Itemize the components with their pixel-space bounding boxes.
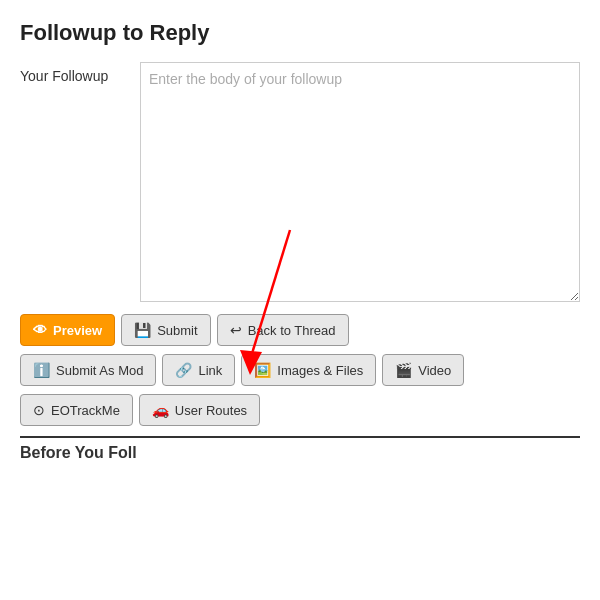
car-icon: 🚗 [152, 402, 169, 418]
eye-icon: 👁 [33, 322, 47, 338]
return-icon: ↩ [230, 322, 242, 338]
video-label: Video [418, 363, 451, 378]
submit-as-mod-label: Submit As Mod [56, 363, 143, 378]
floppy-icon: 💾 [134, 322, 151, 338]
followup-label: Your Followup [20, 62, 140, 84]
preview-label: Preview [53, 323, 102, 338]
info-icon: ℹ️ [33, 362, 50, 378]
submit-as-mod-button[interactable]: ℹ️ Submit As Mod [20, 354, 156, 386]
buttons-row-3: ⊙ EOTrackMe 🚗 User Routes [20, 394, 580, 426]
video-icon: 🎬 [395, 362, 412, 378]
link-label: Link [198, 363, 222, 378]
user-routes-button[interactable]: 🚗 User Routes [139, 394, 260, 426]
submit-label: Submit [157, 323, 197, 338]
images-files-button[interactable]: 🖼️ Images & Files [241, 354, 376, 386]
video-button[interactable]: 🎬 Video [382, 354, 464, 386]
user-routes-label: User Routes [175, 403, 247, 418]
page-title: Followup to Reply [20, 20, 580, 46]
link-button[interactable]: 🔗 Link [162, 354, 235, 386]
bottom-section-label: Before You Foll [20, 436, 580, 462]
back-to-thread-button[interactable]: ↩ Back to Thread [217, 314, 349, 346]
preview-button[interactable]: 👁 Preview [20, 314, 115, 346]
back-to-thread-label: Back to Thread [248, 323, 336, 338]
buttons-row-1: 👁 Preview 💾 Submit ↩ Back to Thread [20, 314, 580, 346]
eotrackme-label: EOTrackMe [51, 403, 120, 418]
eotrackme-button[interactable]: ⊙ EOTrackMe [20, 394, 133, 426]
followup-textarea[interactable] [140, 62, 580, 302]
link-icon: 🔗 [175, 362, 192, 378]
submit-button[interactable]: 💾 Submit [121, 314, 210, 346]
image-icon: 🖼️ [254, 362, 271, 378]
buttons-row-2: ℹ️ Submit As Mod 🔗 Link 🖼️ Images & File… [20, 354, 580, 386]
followup-form-row: Your Followup [20, 62, 580, 302]
images-files-label: Images & Files [277, 363, 363, 378]
eotrackme-icon: ⊙ [33, 402, 45, 418]
